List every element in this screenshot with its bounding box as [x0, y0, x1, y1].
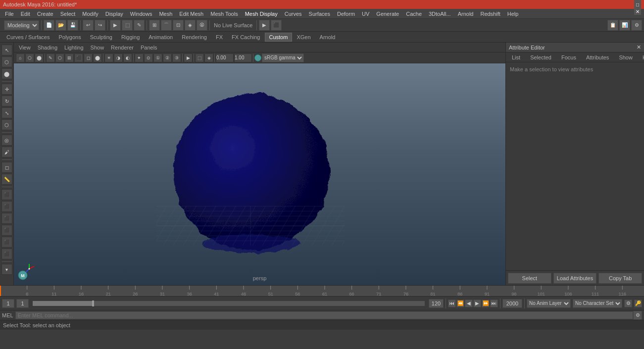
rotate-tool[interactable]: ↻	[1, 96, 12, 106]
tab-arnold[interactable]: Arnold	[315, 33, 340, 42]
menu-windows[interactable]: Windows	[127, 10, 155, 17]
menu-help[interactable]: Help	[504, 10, 522, 17]
menu-curves[interactable]: Curves	[282, 10, 305, 17]
select-mode-button[interactable]: ▶	[110, 20, 121, 31]
maximize-button[interactable]: □	[634, 1, 641, 8]
menu-modify[interactable]: Modify	[79, 10, 101, 17]
attr-tab-selected[interactable]: Selected	[526, 54, 555, 61]
ipr-button[interactable]: ⬛	[271, 20, 282, 31]
menu-generate[interactable]: Generate	[373, 10, 402, 17]
menu-file[interactable]: File	[2, 10, 17, 17]
channel-box-toggle[interactable]: 📋	[607, 20, 618, 31]
vp-menu-view[interactable]: View	[16, 44, 34, 51]
undo-button[interactable]: ↩	[83, 20, 94, 31]
menu-redshift[interactable]: Redshift	[477, 10, 503, 17]
grid-btn-6[interactable]: ⬛	[1, 249, 12, 259]
vp-gate-btn[interactable]: ⬚	[195, 53, 204, 62]
universal-tool[interactable]: ⬡	[1, 119, 12, 130]
new-file-button[interactable]: 📄	[44, 20, 54, 31]
tab-rendering[interactable]: Rendering	[177, 33, 211, 42]
tab-fx-caching[interactable]: FX Caching	[227, 33, 264, 42]
measure-tool[interactable]: 📏	[1, 174, 12, 185]
step-back-btn[interactable]: ⏪	[456, 299, 464, 307]
menu-select[interactable]: Select	[57, 10, 79, 17]
go-start-btn[interactable]: ⏮	[448, 299, 456, 307]
start-frame-input[interactable]	[2, 299, 14, 308]
vp-menu-renderer[interactable]: Renderer	[108, 44, 137, 51]
tab-polygons[interactable]: Polygons	[54, 33, 85, 42]
viewport-canvas[interactable]: M persp	[14, 63, 505, 285]
select-tool[interactable]: ↖	[1, 45, 12, 55]
menu-mesh-display[interactable]: Mesh Display	[242, 10, 281, 17]
menu-3dtoall[interactable]: 3DtoAll...	[426, 10, 454, 17]
end-frame-display[interactable]	[429, 299, 444, 308]
go-end-btn[interactable]: ⏭	[490, 299, 498, 307]
redo-button[interactable]: ↪	[95, 20, 105, 31]
back-btn[interactable]: ◀	[465, 299, 473, 307]
mel-input[interactable]	[15, 311, 633, 319]
vp-menu-panels[interactable]: Panels	[138, 44, 160, 51]
grid-btn-3[interactable]: ⬛	[1, 213, 12, 224]
vp-menu-shading[interactable]: Shading	[35, 44, 60, 51]
grid-btn-5[interactable]: ⬛	[1, 237, 12, 248]
paint-button[interactable]: ✎	[134, 20, 145, 31]
menu-edit-mesh[interactable]: Edit Mesh	[176, 10, 206, 17]
vp-overscan-btn[interactable]: ◈	[204, 53, 213, 62]
show-hide-tool[interactable]: ◻	[1, 162, 12, 173]
timeline-ruler[interactable]: 1611162126313641465156616671768186919610…	[0, 286, 644, 296]
vp-shadow-btn[interactable]: ◑	[114, 53, 123, 62]
vp-res-2[interactable]: ②	[163, 53, 172, 62]
snap-curve-button[interactable]: ⌒	[161, 20, 172, 31]
menu-mesh[interactable]: Mesh	[156, 10, 175, 17]
vp-ambient-btn[interactable]: ◐	[123, 53, 132, 62]
menu-create[interactable]: Create	[34, 10, 56, 17]
menu-mesh-tools[interactable]: Mesh Tools	[207, 10, 241, 17]
tab-animation[interactable]: Animation	[144, 33, 177, 42]
snap-live-button[interactable]: ⦿	[197, 20, 207, 31]
grid-btn-4[interactable]: ⬛	[1, 225, 12, 236]
select-button[interactable]: Select	[508, 273, 551, 284]
tab-sculpting[interactable]: Sculpting	[86, 33, 117, 42]
scale-tool[interactable]: ⤡	[1, 107, 12, 118]
tool-settings-toggle[interactable]: ⚙	[631, 20, 642, 31]
vp-solid-btn[interactable]: ⬤	[35, 53, 44, 62]
sculpt-tool[interactable]: 🖌	[1, 147, 12, 157]
copy-tab-button[interactable]: Copy Tab	[598, 273, 642, 284]
play-btn[interactable]: ▶	[473, 299, 481, 307]
vp-value2-input[interactable]	[234, 53, 252, 62]
vp-toggle-4[interactable]: ⬛	[74, 53, 83, 62]
workspace-selector[interactable]: Modeling	[4, 20, 39, 30]
menu-display[interactable]: Display	[102, 10, 126, 17]
snap-point-button[interactable]: ⊡	[173, 20, 184, 31]
current-frame-input[interactable]	[16, 299, 29, 308]
tab-xgen[interactable]: XGen	[292, 33, 315, 42]
vp-playblast-btn[interactable]: ▶	[184, 53, 193, 62]
menu-uv[interactable]: UV	[359, 10, 372, 17]
vp-toggle-6[interactable]: ⬤	[93, 53, 102, 62]
save-file-button[interactable]: 💾	[67, 20, 78, 31]
menu-arnold[interactable]: Arnold	[455, 10, 477, 17]
vp-toggle-3[interactable]: ⊞	[65, 53, 74, 62]
range-slider[interactable]	[33, 301, 425, 306]
attr-tab-list[interactable]: List	[508, 54, 524, 61]
attr-tab-show[interactable]: Show	[615, 54, 637, 61]
attr-tab-focus[interactable]: Focus	[557, 54, 580, 61]
vp-value1-input[interactable]	[216, 53, 234, 62]
tab-custom[interactable]: Custom	[265, 33, 293, 42]
vp-toggle-5[interactable]: ◻	[84, 53, 93, 62]
vp-res-3[interactable]: ③	[172, 53, 181, 62]
lasso-button[interactable]: ⬚	[122, 20, 133, 31]
menu-edit[interactable]: Edit	[18, 10, 33, 17]
settings-btn[interactable]: ⚙	[624, 299, 632, 307]
soft-mod-tool[interactable]: ◎	[1, 135, 12, 146]
lasso-tool[interactable]: ⬡	[1, 56, 12, 67]
vp-toggle-1[interactable]: ✎	[46, 53, 55, 62]
move-tool[interactable]: ✛	[1, 84, 12, 95]
vp-menu-show[interactable]: Show	[88, 44, 107, 51]
mel-icon[interactable]: ⚙	[633, 311, 642, 320]
vp-home-btn[interactable]: ⌂	[16, 53, 25, 62]
snap-grid-button[interactable]: ⊞	[149, 20, 160, 31]
vp-light-btn[interactable]: ☀	[104, 53, 113, 62]
range-handle[interactable]	[92, 300, 94, 306]
expand-tool[interactable]: ▾	[1, 264, 12, 275]
